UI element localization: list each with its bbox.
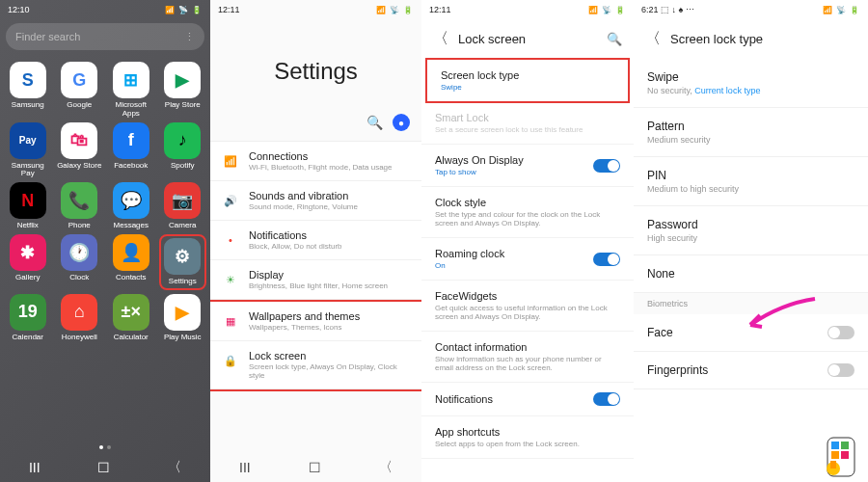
svg-rect-3 <box>831 451 839 459</box>
item-title: PIN <box>647 169 854 182</box>
app-clock[interactable]: 🕐Clock <box>56 234 104 282</box>
dot[interactable] <box>107 445 111 449</box>
lock-item-notifications[interactable]: Notifications <box>421 383 634 416</box>
app-icon: f <box>113 122 149 159</box>
back-icon[interactable]: 〈 <box>433 29 448 49</box>
app-calculator[interactable]: ±×Calculator <box>107 294 155 342</box>
settings-item-sounds-and-vibration[interactable]: 🔊Sounds and vibrationSound mode, Rington… <box>210 181 421 221</box>
app-label: Gallery <box>15 274 40 282</box>
app-contacts[interactable]: 👤Contacts <box>107 234 155 282</box>
lock-item-app-shortcuts[interactable]: App shortcutsSelect apps to open from th… <box>421 416 634 459</box>
lock-item-contact-information[interactable]: Contact informationShow information such… <box>421 332 634 383</box>
app-galaxy-store[interactable]: 🛍Galaxy Store <box>56 122 104 171</box>
app-play-music[interactable]: ▶Play Music <box>159 294 207 342</box>
app-label: Spotify <box>171 162 194 171</box>
search-icon[interactable]: 🔍 <box>607 32 622 46</box>
lock-type-none[interactable]: None <box>634 255 868 293</box>
header-title: Screen lock type <box>670 32 856 46</box>
app-facebook[interactable]: fFacebook <box>107 122 155 171</box>
app-netflix[interactable]: NNetflix <box>4 182 52 230</box>
recents-button[interactable]: III <box>239 460 251 475</box>
lock-screen-panel: 12:11 📶 📡 🔋 〈 Lock screen 🔍 Screen lock … <box>421 0 634 482</box>
finder-search[interactable]: Finder search ⋮ <box>6 23 204 50</box>
settings-item-wallpapers-and-themes[interactable]: ▦Wallpapers and themesWallpapers, Themes… <box>210 302 421 341</box>
app-google[interactable]: GGoogle <box>56 62 104 110</box>
settings-item-display[interactable]: ☀DisplayBrightness, Blue light filter, H… <box>210 260 421 300</box>
header: 〈 Screen lock type <box>634 19 868 59</box>
avatar[interactable]: ● <box>393 114 410 131</box>
app-label: Camera <box>169 222 196 230</box>
home-screen-panel: 12:10 📶 📡 🔋 Finder search ⋮ SSamsungGGoo… <box>0 0 210 482</box>
lock-type-password[interactable]: PasswordHigh security <box>634 206 868 255</box>
app-gallery[interactable]: ✱Gallery <box>4 234 52 282</box>
item-sub: High security <box>647 233 854 243</box>
app-play-store[interactable]: ▶Play Store <box>159 62 207 110</box>
app-label: Samsung <box>12 101 44 110</box>
app-label: Calculator <box>114 334 149 342</box>
status-icons: 📶 📡 🔋 <box>823 6 860 14</box>
biometric-fingerprints[interactable]: Fingerprints <box>634 352 868 389</box>
status-icons: 📶 📡 🔋 <box>165 6 203 14</box>
dot[interactable] <box>99 445 103 449</box>
nav-bar: III ☐ 〈 <box>0 453 210 482</box>
nav-bar: III ☐ 〈 <box>210 453 421 482</box>
item-sub: Sound mode, Ringtone, Volume <box>249 202 410 211</box>
app-messages[interactable]: 💬Messages <box>107 182 155 230</box>
lock-item-roaming-clock[interactable]: Roaming clockOn <box>421 238 634 281</box>
lock-item-clock-style[interactable]: Clock styleSet the type and colour for t… <box>421 187 634 238</box>
home-button[interactable]: ☐ <box>309 460 321 475</box>
item-sub: Wallpapers, Themes, Icons <box>249 323 410 332</box>
settings-item-connections[interactable]: 📶ConnectionsWi-Fi, Bluetooth, Flight mod… <box>210 142 421 181</box>
lock-item-facewidgets[interactable]: FaceWidgetsGet quick access to useful in… <box>421 281 634 332</box>
app-label: Netflix <box>17 222 39 230</box>
item-sub: Tap to show <box>435 168 524 176</box>
app-icon: ⌂ <box>61 294 97 331</box>
lock-type-swipe[interactable]: SwipeNo security, Current lock type <box>634 59 868 108</box>
biometric-face[interactable]: Face <box>634 314 868 352</box>
search-placeholder: Finder search <box>15 31 80 42</box>
app-phone[interactable]: 📞Phone <box>56 182 104 230</box>
screen-lock-type-panel: 6:21 ⬚ ↓ ♠ ⋯ 📶 📡 🔋 〈 Screen lock type Sw… <box>634 0 868 482</box>
app-icon: S <box>10 62 46 98</box>
app-settings[interactable]: ⚙Settings <box>163 238 203 286</box>
settings-icon: • <box>222 231 239 249</box>
back-button[interactable]: 〈 <box>379 459 393 476</box>
app-label: Contacts <box>116 274 147 282</box>
lock-item-screen-lock-type[interactable]: Screen lock typeSwipe <box>425 58 630 103</box>
home-button[interactable]: ☐ <box>97 460 110 475</box>
settings-item-lock-screen[interactable]: 🔒Lock screenScreen lock type, Always On … <box>210 341 421 389</box>
item-sub: Select apps to open from the Lock screen… <box>435 440 580 448</box>
app-label: Calendar <box>13 334 43 342</box>
toggle[interactable] <box>827 326 854 339</box>
back-button[interactable]: 〈 <box>168 459 181 476</box>
lock-type-pattern[interactable]: PatternMedium security <box>634 108 868 157</box>
recents-button[interactable]: III <box>29 460 41 475</box>
app-microsoft-apps[interactable]: ⊞Microsoft Apps <box>107 62 155 119</box>
app-camera[interactable]: 📷Camera <box>159 182 207 230</box>
item-title: None <box>647 267 854 281</box>
item-sub: Block, Allow, Do not disturb <box>249 242 410 251</box>
lock-item-always-on-display[interactable]: Always On DisplayTap to show <box>421 145 634 187</box>
app-icon: ±× <box>113 294 149 331</box>
settings-panel: 12:11 📶 📡 🔋 Settings 🔍 ● 📶ConnectionsWi-… <box>210 0 421 482</box>
item-title: Screen lock type <box>441 69 519 81</box>
settings-item-notifications[interactable]: •NotificationsBlock, Allow, Do not distu… <box>210 221 421 260</box>
back-icon[interactable]: 〈 <box>645 29 661 49</box>
app-honeywell[interactable]: ⌂Honeywell <box>56 294 104 342</box>
app-samsung-pay[interactable]: PaySamsung Pay <box>4 122 52 179</box>
app-spotify[interactable]: ♪Spotify <box>159 122 207 171</box>
toggle[interactable] <box>593 253 620 266</box>
toggle[interactable] <box>593 392 620 406</box>
toggle[interactable] <box>593 159 620 173</box>
item-sub: Screen lock type, Always On Display, Clo… <box>249 362 410 380</box>
page-dots <box>0 445 210 449</box>
app-icon: 🛍 <box>61 122 97 159</box>
app-samsung[interactable]: SSamsung <box>4 62 52 110</box>
more-icon[interactable]: ⋮ <box>184 31 195 43</box>
app-calendar[interactable]: 19Calendar <box>4 294 52 342</box>
status-icons: 📶 📡 🔋 <box>588 6 626 14</box>
toggle[interactable] <box>827 363 854 377</box>
item-title: Notifications <box>435 393 493 405</box>
lock-type-pin[interactable]: PINMedium to high security <box>634 157 868 206</box>
search-icon[interactable]: 🔍 <box>366 115 383 130</box>
